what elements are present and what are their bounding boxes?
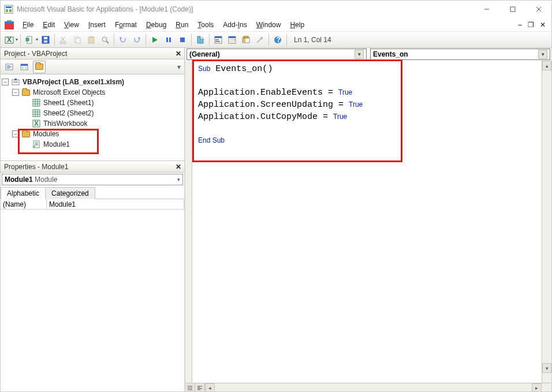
menu-view[interactable]: View (59, 20, 84, 30)
code-margin[interactable] (185, 61, 192, 383)
toolbar-overflow-icon[interactable]: ▾ (177, 63, 181, 71)
minimize-button[interactable] (473, 1, 499, 18)
separator (209, 34, 210, 46)
workbook-icon: X (32, 119, 41, 128)
separator (114, 34, 114, 46)
cut-button[interactable] (57, 33, 70, 46)
tree-project-root[interactable]: – VBAProject (LAB_excel1.xlsm) (2, 77, 183, 87)
collapse-icon[interactable]: – (2, 79, 9, 85)
view-object-button[interactable] (18, 61, 31, 73)
properties-window-button[interactable] (226, 33, 238, 46)
tree-excel-objects-folder[interactable]: – Microsoft Excel Objects (2, 87, 183, 98)
menu-insert[interactable]: Insert (84, 20, 110, 30)
project-tree[interactable]: – VBAProject (LAB_excel1.xlsm) – Microso… (1, 74, 184, 161)
menu-run[interactable]: Run (171, 20, 193, 30)
project-explorer-button[interactable] (212, 33, 225, 46)
save-button[interactable] (39, 33, 52, 46)
svg-rect-25 (89, 36, 93, 38)
vertical-scrollbar[interactable]: ▴ ▾ (542, 61, 551, 383)
find-button[interactable] (99, 33, 111, 46)
project-panel-close-button[interactable]: ✕ (174, 49, 183, 58)
tab-alphabetic[interactable]: Alphabetic (1, 187, 46, 199)
tab-categorized[interactable]: Categorized (45, 187, 95, 199)
property-name: (Name) (1, 199, 47, 210)
toolbox-button[interactable] (253, 33, 266, 46)
chevron-down-icon: ▾ (355, 50, 364, 59)
svg-rect-33 (180, 38, 185, 42)
svg-point-26 (102, 37, 107, 42)
svg-line-27 (106, 41, 109, 43)
redo-button[interactable] (130, 33, 143, 46)
separator (146, 34, 146, 46)
menu-help[interactable]: Help (285, 20, 309, 30)
scroll-down-button[interactable]: ▾ (542, 363, 551, 373)
scroll-right-button[interactable]: ▸ (532, 383, 542, 392)
reset-button[interactable] (176, 33, 189, 46)
tree-sheet-item[interactable]: Sheet2 (Sheet2) (2, 108, 183, 118)
properties-grid[interactable]: (Name) Module1 (1, 199, 184, 392)
design-mode-button[interactable] (194, 33, 207, 46)
procedure-dropdown-value: Events_on (373, 50, 408, 58)
menu-format[interactable]: Format (110, 20, 141, 30)
svg-rect-39 (215, 41, 220, 42)
resize-grip[interactable] (542, 383, 551, 392)
view-code-button[interactable] (3, 61, 16, 73)
help-button[interactable]: ? (271, 33, 284, 46)
bottom-bar: ◂ ▸ (185, 383, 551, 392)
menu-addins[interactable]: Add-Ins (218, 20, 251, 30)
run-button[interactable] (148, 33, 161, 46)
menu-debug[interactable]: Debug (141, 20, 171, 30)
menu-window[interactable]: Window (252, 20, 286, 30)
object-browser-button[interactable] (240, 33, 252, 46)
svg-marker-62 (14, 79, 17, 80)
object-dropdown[interactable]: (General) ▾ (187, 48, 367, 60)
project-panel-header: Project - VBAProject ✕ (1, 48, 184, 59)
paste-button[interactable] (85, 33, 98, 46)
mdi-close-button[interactable]: ✕ (540, 21, 546, 29)
svg-line-35 (202, 37, 204, 39)
properties-panel-close-button[interactable]: ✕ (174, 162, 183, 171)
menu-edit[interactable]: Edit (38, 20, 59, 30)
maximize-button[interactable] (499, 1, 525, 18)
project-root-label: VBAProject (LAB_excel1.xlsm) (23, 78, 124, 86)
tree-workbook-item[interactable]: X ThisWorkbook (2, 118, 183, 129)
dropdown-caret-icon[interactable]: ▾ (36, 37, 38, 42)
svg-rect-50 (260, 37, 263, 39)
svg-rect-16 (44, 37, 47, 39)
chevron-down-icon: ▾ (177, 177, 180, 182)
property-value[interactable]: Module1 (47, 199, 184, 210)
break-button[interactable] (162, 33, 175, 46)
svg-rect-70 (33, 110, 40, 117)
scroll-left-button[interactable]: ◂ (205, 383, 215, 392)
dropdown-caret-icon[interactable]: ▾ (16, 37, 18, 42)
highlight-box (192, 59, 402, 162)
undo-button[interactable] (117, 33, 129, 46)
highlight-box (18, 129, 99, 154)
view-excel-button[interactable]: X (3, 33, 16, 46)
tree-sheet-item[interactable]: Sheet1 (Sheet1) (2, 98, 183, 108)
scroll-up-button[interactable]: ▴ (542, 61, 551, 70)
procedure-dropdown[interactable]: Events_on ▾ (370, 48, 550, 60)
property-tabs: Alphabetic Categorized (1, 186, 184, 199)
object-selector-dropdown[interactable]: Module1 Module ▾ (2, 174, 183, 185)
mdi-minimize-button[interactable]: – (518, 21, 522, 29)
menu-file[interactable]: File (18, 20, 38, 30)
svg-rect-1 (6, 6, 12, 8)
full-module-view-button[interactable] (195, 383, 205, 392)
menu-tools[interactable]: Tools (193, 20, 218, 30)
menu-bar: File Edit View Insert Format Debug Run T… (1, 18, 551, 32)
project-panel-title: Project - VBAProject (4, 50, 67, 58)
procedure-view-button[interactable] (185, 383, 195, 392)
object-dropdown-value: (General) (189, 50, 220, 58)
horizontal-scrollbar[interactable]: ◂ ▸ (205, 383, 542, 392)
svg-rect-38 (215, 39, 219, 40)
close-button[interactable] (525, 1, 551, 18)
copy-button[interactable] (71, 33, 84, 46)
collapse-icon[interactable]: – (12, 89, 19, 96)
toggle-folders-button[interactable] (33, 61, 46, 73)
mdi-restore-button[interactable]: ❐ (528, 21, 534, 29)
svg-point-21 (64, 42, 66, 44)
property-row[interactable]: (Name) Module1 (1, 199, 184, 210)
separator (268, 34, 269, 46)
insert-button[interactable] (23, 33, 36, 46)
